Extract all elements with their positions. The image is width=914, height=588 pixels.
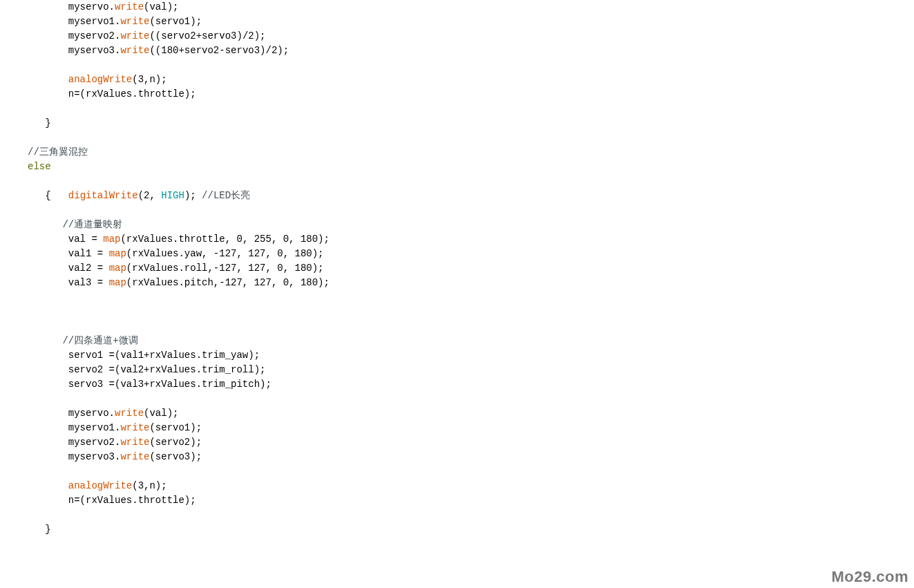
code-token: } [45,117,50,129]
code-line [28,102,914,116]
code-token: write [120,30,149,41]
code-line: analogWrite(3,n); [28,479,914,493]
code-line: myservo2.write((servo2+servo3)/2); [28,29,914,44]
code-line: servo1 =(val1+rxValues.trim_yaw); [28,348,914,363]
code-token: myservo1. [68,422,121,433]
code-token: analogWrite [68,480,132,491]
code-token: //LED长亮 [202,190,250,201]
code-line: } [28,116,914,131]
code-line: val1 = map(rxValues.yaw, -127, 127, 0, 1… [28,247,914,261]
code-line: myservo1.write(servo1); [28,15,914,29]
code-token: (rxValues.throttle, 0, 255, 0, 180); [120,234,329,245]
code-line [28,290,914,305]
code-token: } [45,524,50,535]
code-line [28,131,914,145]
code-token: HIGH [161,190,184,201]
code-token: (val); [144,1,178,12]
code-token: myservo3. [68,451,121,462]
code-line: myservo3.write((180+servo2-servo3)/2); [28,44,914,58]
code-line: { digitalWrite(2, HIGH); //LED长亮 [28,189,914,203]
code-line [28,203,914,218]
code-token: (val); [144,408,178,419]
code-token: { [45,190,68,201]
code-token: map [109,277,126,288]
code-token: ((180+servo2-servo3)/2); [149,45,289,56]
code-token: write [120,16,149,27]
code-line: myservo1.write(servo1); [28,421,914,435]
code-line: } [28,522,914,537]
code-token: map [109,263,126,274]
code-token: ((servo2+servo3)/2); [149,30,265,41]
code-line: //三角翼混控 [28,145,914,160]
code-token: myservo. [68,408,115,419]
code-token: (rxValues.yaw, -127, 127, 0, 180); [126,248,324,259]
code-token: (servo3); [149,451,202,462]
code-line [28,305,914,319]
watermark-text: Mo29.com [831,569,908,584]
code-token: //四条通道+微调 [62,335,137,346]
code-line: else [28,160,914,174]
code-token: myservo2. [68,437,121,448]
code-token: myservo3. [68,45,121,56]
code-line [28,58,914,73]
code-line [28,319,914,334]
code-token: (servo2); [149,437,202,448]
code-token: myservo. [68,1,115,12]
code-line: myservo.write(val); [28,0,914,15]
code-token: n=(rxValues.throttle); [68,495,196,506]
code-token: (3,n); [132,480,166,491]
code-token: write [120,422,149,433]
code-token: //通道量映射 [62,219,122,230]
code-token: analogWrite [68,74,132,85]
code-token: val2 = [68,263,109,274]
code-line: //四条通道+微调 [28,334,914,348]
code-token: write [115,1,144,12]
code-line: analogWrite(3,n); [28,73,914,87]
code-line: //通道量映射 [28,218,914,232]
code-token: map [109,248,126,259]
code-token: (3,n); [132,74,166,85]
code-token: servo3 =(val3+rxValues.trim_pitch); [68,379,272,390]
code-token: (servo1); [149,422,202,433]
code-token: write [120,45,149,56]
code-token: digitalWrite [68,190,138,201]
code-token: (rxValues.roll,-127, 127, 0, 180); [126,263,324,274]
code-line: n=(rxValues.throttle); [28,87,914,102]
code-line: val = map(rxValues.throttle, 0, 255, 0, … [28,232,914,247]
code-token: myservo1. [68,16,121,27]
code-token: myservo2. [68,30,121,41]
code-token: write [120,451,149,462]
code-token: //三角翼混控 [28,146,88,158]
code-token: val = [68,234,103,245]
code-token: (2, [138,190,162,201]
code-token: servo2 =(val2+rxValues.trim_roll); [68,364,266,375]
code-token: ); [184,190,202,201]
code-line [28,508,914,522]
code-line: val3 = map(rxValues.pitch,-127, 127, 0, … [28,276,914,290]
code-token: val1 = [68,248,109,259]
code-container: myservo.write(val); myservo1.write(servo… [0,0,914,537]
code-token: servo1 =(val1+rxValues.trim_yaw); [68,350,260,361]
code-line: myservo3.write(servo3); [28,450,914,464]
code-token: write [115,408,144,419]
code-line: val2 = map(rxValues.roll,-127, 127, 0, 1… [28,261,914,276]
code-token: val3 = [68,277,109,288]
code-line: myservo.write(val); [28,406,914,421]
code-line [28,464,914,479]
code-token: (rxValues.pitch,-127, 127, 0, 180); [126,277,330,288]
code-line [28,174,914,189]
code-line [28,392,914,406]
code-line: n=(rxValues.throttle); [28,493,914,508]
code-line: myservo2.write(servo2); [28,435,914,450]
code-line: servo2 =(val2+rxValues.trim_roll); [28,363,914,377]
code-line: servo3 =(val3+rxValues.trim_pitch); [28,377,914,392]
code-token: n=(rxValues.throttle); [68,88,196,99]
code-token: map [103,234,120,245]
code-token: write [120,437,149,448]
code-token: else [28,161,51,172]
code-token: (servo1); [149,16,202,27]
